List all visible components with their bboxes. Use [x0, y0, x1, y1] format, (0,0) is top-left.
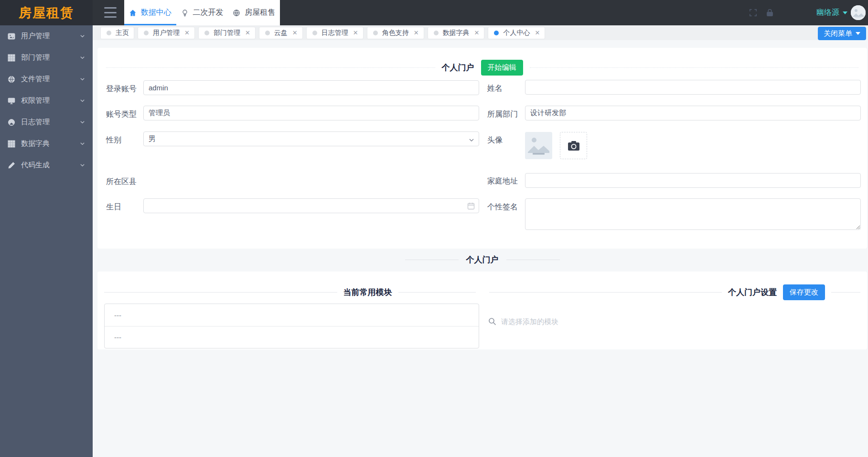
start-edit-button[interactable]: 开始编辑	[481, 60, 523, 76]
top-nav: 数据中心 二次开发 房屋租售	[124, 0, 280, 25]
account-type-label: 账号类型	[106, 109, 137, 120]
close-icon[interactable]: ✕	[353, 30, 358, 36]
tab-home[interactable]: 主页	[100, 27, 134, 39]
grid-icon	[8, 54, 16, 62]
chevron-down-icon	[80, 54, 85, 62]
header: 数据中心 二次开发 房屋租售 幽络源	[93, 0, 868, 25]
sidebar-item-dict[interactable]: 数据字典	[0, 133, 93, 154]
list-item[interactable]: ---	[105, 326, 479, 348]
page: 房屋租赁 用户管理 部门管理 文件管理 权限管理	[0, 0, 868, 457]
caret-down-icon	[856, 32, 860, 35]
modules-header: 当前常用模块	[104, 286, 476, 298]
globe-icon	[233, 9, 240, 17]
name-label: 姓名	[487, 84, 503, 94]
nav-item-house-sale[interactable]: 房屋租售	[228, 0, 280, 25]
sidebar-item-codegen[interactable]: 代码生成	[0, 154, 93, 176]
sidebar-item-log-mgmt[interactable]: 日志管理	[0, 111, 93, 133]
close-icon[interactable]: ✕	[474, 30, 480, 36]
user-menu[interactable]: 幽络源	[816, 0, 866, 25]
close-icon[interactable]: ✕	[535, 30, 540, 36]
account-type-input[interactable]	[143, 106, 479, 120]
divider-line	[489, 292, 722, 293]
tab-log-mgmt[interactable]: 日志管理 ✕	[306, 27, 364, 39]
tab-label: 云盘	[274, 29, 288, 37]
home-address-input[interactable]	[525, 173, 861, 188]
close-icon[interactable]: ✕	[292, 30, 298, 36]
portal-title: 个人门户	[442, 62, 474, 73]
avatar-thumbnail[interactable]	[525, 132, 552, 159]
tab-label: 个人中心	[503, 29, 530, 37]
lock-icon[interactable]	[765, 8, 774, 17]
nav-label: 房屋租售	[245, 8, 275, 18]
tab-dept-mgmt[interactable]: 部门管理 ✕	[198, 27, 256, 39]
hamburger-menu-icon[interactable]	[104, 7, 117, 18]
home-icon	[129, 9, 137, 17]
birthday-input[interactable]	[143, 198, 479, 213]
divider-line	[405, 260, 459, 260]
close-icon[interactable]: ✕	[184, 30, 190, 36]
nav-item-data-center[interactable]: 数据中心	[124, 0, 176, 25]
settings-header: 个人门户设置 保存更改	[489, 286, 860, 298]
list-item[interactable]: ---	[105, 304, 479, 326]
nav-item-second-dev[interactable]: 二次开发	[176, 0, 228, 25]
tab-dot	[312, 31, 317, 35]
divider-line	[831, 292, 860, 293]
grid-icon	[8, 140, 16, 148]
home-address-label: 家庭地址	[487, 176, 518, 186]
fullscreen-icon[interactable]	[749, 8, 758, 17]
nav-label: 二次开发	[193, 8, 224, 18]
department-input[interactable]	[525, 106, 861, 120]
pencil-icon	[8, 161, 16, 169]
save-changes-button[interactable]: 保存更改	[783, 284, 825, 300]
chevron-down-icon	[80, 97, 85, 105]
divider-line	[506, 260, 560, 260]
chevron-down-icon	[469, 136, 474, 144]
close-menu-label: 关闭菜单	[824, 29, 852, 38]
portal-section-title: 个人门户	[466, 254, 499, 265]
avatar-label: 头像	[487, 135, 503, 145]
sidebar-item-dept-mgmt[interactable]: 部门管理	[0, 47, 93, 68]
sidebar-item-label: 权限管理	[21, 96, 80, 105]
divider-line	[530, 67, 859, 68]
tab-role-support[interactable]: 角色支持 ✕	[367, 27, 424, 39]
bulb-icon	[181, 9, 189, 17]
close-menu-button[interactable]: 关闭菜单	[818, 27, 866, 40]
calendar-icon	[467, 202, 475, 210]
close-icon[interactable]: ✕	[245, 30, 250, 36]
sidebar-item-perm-mgmt[interactable]: 权限管理	[0, 90, 93, 111]
tab-dot	[373, 31, 378, 35]
chevron-down-icon	[80, 161, 85, 169]
close-icon[interactable]: ✕	[414, 30, 419, 36]
tab-label: 角色支持	[382, 29, 409, 37]
tab-bar: 主页 用户管理 ✕ 部门管理 ✕ 云盘 ✕ 日志管理 ✕ 角色支持 ✕	[93, 25, 868, 40]
tab-dot	[204, 31, 209, 35]
avatar	[851, 5, 866, 20]
district-label: 所在区县	[106, 177, 137, 187]
tab-dot	[265, 31, 270, 35]
portal-settings-panel: 个人门户设置 保存更改	[482, 272, 867, 349]
tab-label: 用户管理	[153, 29, 180, 37]
tab-user-mgmt[interactable]: 用户管理 ✕	[138, 27, 195, 39]
chevron-down-icon	[80, 75, 85, 83]
tab-dot	[434, 31, 439, 35]
tab-cloud-disk[interactable]: 云盘 ✕	[259, 27, 303, 39]
globe-icon	[8, 75, 16, 83]
tab-personal-center[interactable]: 个人中心 ✕	[488, 27, 545, 39]
name-input[interactable]	[525, 80, 861, 95]
sidebar: 房屋租赁 用户管理 部门管理 文件管理 权限管理	[0, 0, 93, 457]
signature-textarea[interactable]	[525, 198, 861, 230]
username: 幽络源	[816, 8, 839, 18]
login-account-input[interactable]	[143, 80, 479, 95]
module-item-label: ---	[114, 311, 121, 319]
upload-avatar-button[interactable]	[560, 132, 587, 159]
gender-value: 男	[149, 134, 156, 142]
sidebar-item-user-mgmt[interactable]: 用户管理	[0, 25, 93, 47]
module-search-input[interactable]	[501, 317, 702, 326]
tab-dot	[107, 31, 111, 35]
tab-dict[interactable]: 数据字典 ✕	[428, 27, 485, 39]
portal-divider: 个人门户 开始编辑	[106, 59, 858, 76]
sidebar-item-file-mgmt[interactable]: 文件管理	[0, 68, 93, 90]
gender-select[interactable]: 男	[143, 131, 479, 146]
module-item-label: ---	[114, 333, 121, 341]
birthday-label: 生日	[106, 202, 121, 212]
